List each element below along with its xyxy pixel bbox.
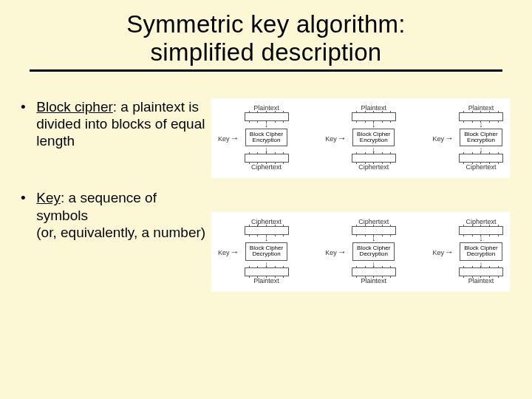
plaintext-label: Plaintext <box>468 277 494 284</box>
bullet-term: Key <box>36 190 61 205</box>
key-input: Key→ <box>432 131 454 144</box>
key-input: Key→ <box>432 245 454 258</box>
ciphertext-label: Ciphertext <box>466 163 496 171</box>
diagram-unit: Key→ Ciphertext ↓ Block Cipher Decryptio… <box>432 217 503 285</box>
cipher-column: Ciphertext ↓ Block Cipher Decryption ↓ P… <box>245 217 289 285</box>
slide-title: Symmetric key algorithm: simplified desc… <box>126 10 406 66</box>
diagram-unit: Key→ Plaintext ↓ Block Cipher Encryption… <box>325 103 396 171</box>
key-label: Key <box>325 135 337 143</box>
key-label: Key <box>325 249 337 256</box>
encryption-panel: Key→ Plaintext ↓ Block Cipher Encryption… <box>211 98 510 178</box>
arrow-right-icon: → <box>338 133 347 143</box>
bullet-text: Block cipher: a plaintext is divided int… <box>36 98 206 150</box>
list-item: • Block cipher: a plaintext is divided i… <box>21 98 211 150</box>
arrow-down-icon: ↓ <box>265 122 269 128</box>
key-input: Key→ <box>218 245 240 258</box>
cipher-box: Block Cipher Encryption <box>245 129 287 147</box>
block-bar <box>352 226 396 235</box>
bullet-term: Block cipher <box>36 99 113 115</box>
cipher-box: Block Cipher Encryption <box>460 129 502 147</box>
arrow-right-icon: → <box>231 133 239 143</box>
arrow-down-icon: ↓ <box>372 236 376 242</box>
block-bar <box>459 267 503 276</box>
plaintext-label: Plaintext <box>253 277 279 284</box>
arrow-down-icon: ↓ <box>479 122 483 128</box>
cipher-column: Plaintext ↓ Block Cipher Encryption ↓ Ci… <box>352 103 396 171</box>
arrow-right-icon: → <box>231 247 239 257</box>
block-bar <box>245 154 289 163</box>
block-bar <box>352 267 396 276</box>
bullet-list: • Block cipher: a plaintext is divided i… <box>21 98 211 292</box>
list-item: • Key: a sequence of symbols (or, equiva… <box>21 189 211 241</box>
block-bar <box>245 226 289 235</box>
cipher-column: Ciphertext ↓ Block Cipher Decryption ↓ P… <box>459 217 503 285</box>
decryption-panel: Key→ Ciphertext ↓ Block Cipher Decryptio… <box>211 212 510 292</box>
cipher-box: Block Cipher Decryption <box>352 242 395 261</box>
arrow-down-icon: ↓ <box>372 122 376 128</box>
block-bar <box>245 112 289 121</box>
ciphertext-label: Ciphertext <box>251 163 282 171</box>
key-input: Key→ <box>325 131 347 144</box>
arrow-right-icon: → <box>445 247 454 257</box>
arrow-down-icon: ↓ <box>265 236 269 242</box>
diagram-unit: Key→ Ciphertext ↓ Block Cipher Decryptio… <box>325 217 396 285</box>
block-bar <box>245 267 289 276</box>
title-line-1: Symmetric key algorithm: <box>126 10 406 38</box>
arrow-down-icon: ↓ <box>479 236 483 242</box>
cipher-box: Block Cipher Decryption <box>245 242 287 261</box>
key-label: Key <box>218 135 230 143</box>
cipher-box: Block Cipher Encryption <box>352 129 395 147</box>
block-bar <box>352 154 396 163</box>
bullet-rest: : a sequence of symbols (or, equivalentl… <box>36 190 205 239</box>
block-bar <box>459 112 503 121</box>
key-label: Key <box>432 135 444 143</box>
key-input: Key→ <box>218 131 240 144</box>
bullet-icon: • <box>21 98 33 115</box>
bullet-icon: • <box>21 189 33 206</box>
key-label: Key <box>432 249 444 256</box>
diagram-unit: Key→ Plaintext ↓ Block Cipher Encryption… <box>432 103 503 171</box>
cipher-box: Block Cipher Decryption <box>460 242 502 261</box>
title-line-2: simplified description <box>151 38 382 66</box>
ciphertext-label: Ciphertext <box>358 163 389 171</box>
block-bar <box>459 226 503 235</box>
arrow-right-icon: → <box>445 133 454 143</box>
block-bar <box>352 112 396 121</box>
content-area: • Block cipher: a plaintext is divided i… <box>0 72 532 292</box>
diagram-area: Key→ Plaintext ↓ Block Cipher Encryption… <box>211 98 532 292</box>
cipher-column: Ciphertext ↓ Block Cipher Decryption ↓ P… <box>352 217 396 285</box>
title-block: Symmetric key algorithm: simplified desc… <box>0 0 532 66</box>
diagram-unit: Key→ Ciphertext ↓ Block Cipher Decryptio… <box>218 217 289 285</box>
key-input: Key→ <box>325 245 347 258</box>
block-bar <box>459 154 503 163</box>
cipher-column: Plaintext ↓ Block Cipher Encryption ↓ Ci… <box>459 103 503 171</box>
bullet-text: Key: a sequence of symbols (or, equivale… <box>36 189 206 241</box>
diagram-unit: Key→ Plaintext ↓ Block Cipher Encryption… <box>218 103 289 171</box>
plaintext-label: Plaintext <box>361 277 386 284</box>
key-label: Key <box>218 249 230 256</box>
arrow-right-icon: → <box>338 247 347 257</box>
cipher-column: Plaintext ↓ Block Cipher Encryption ↓ Ci… <box>245 103 289 171</box>
